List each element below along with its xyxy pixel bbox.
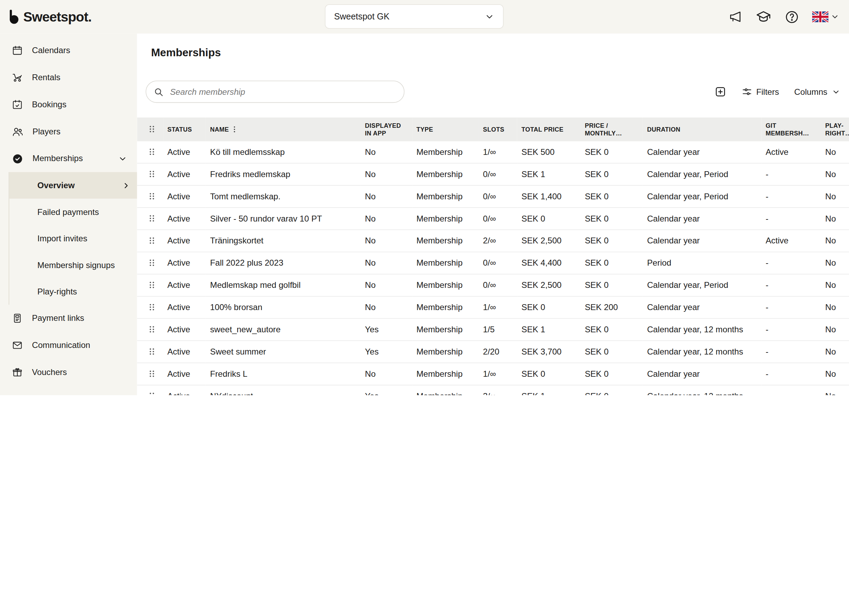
row-drag-handle[interactable] <box>137 363 163 385</box>
header-status[interactable]: STATUS <box>163 118 206 141</box>
cell-git-membership: - <box>761 207 821 229</box>
chevron-down-icon <box>118 154 127 163</box>
cell-status: Active <box>163 252 206 274</box>
cell-name[interactable]: Sweet summer <box>206 341 360 363</box>
table-row[interactable]: Active Träningskortet No Membership 2/∞ … <box>137 229 849 252</box>
sidebar-item-payment-links[interactable]: Payment links <box>0 305 137 332</box>
filters-button[interactable]: Filters <box>742 86 779 97</box>
row-drag-handle[interactable] <box>137 141 163 163</box>
header-price-monthly[interactable]: PRICE / MONTHLY… <box>581 118 643 141</box>
row-drag-handle[interactable] <box>137 385 163 395</box>
sidebar-item-label: Memberships <box>33 154 83 164</box>
row-drag-handle[interactable] <box>137 207 163 229</box>
cell-displayed-in-app: No <box>360 296 412 318</box>
table-row[interactable]: Active NYdiscount Yes Membership 3/∞ SEK… <box>137 385 849 395</box>
chevron-down-icon <box>485 12 495 22</box>
table-row[interactable]: Active Fredriks L No Membership 1/∞ SEK … <box>137 363 849 385</box>
handshake-icon <box>12 393 24 395</box>
header-type[interactable]: TYPE <box>412 118 479 141</box>
cell-name[interactable]: Fredriks L <box>206 363 360 385</box>
add-membership-button[interactable] <box>714 85 726 98</box>
toolbar: Filters Columns <box>146 80 840 103</box>
cell-price-monthly: SEK 0 <box>581 252 643 274</box>
cell-displayed-in-app: No <box>360 185 412 207</box>
row-drag-handle[interactable] <box>137 185 163 207</box>
table-row[interactable]: Active Sweet summer Yes Membership 2/20 … <box>137 341 849 363</box>
players-icon <box>12 126 23 137</box>
cell-duration: Calendar year <box>643 141 761 163</box>
cell-name[interactable]: Fall 2022 plus 2023 <box>206 252 360 274</box>
sidebar-item-vouchers[interactable]: Vouchers <box>0 359 137 386</box>
cell-displayed-in-app: No <box>360 163 412 185</box>
search-membership-input[interactable] <box>169 86 396 97</box>
help-icon[interactable] <box>784 9 799 24</box>
cell-play-right: No <box>821 229 849 252</box>
cell-slots: 0/∞ <box>479 163 517 185</box>
club-selector-dropdown[interactable]: Sweetspot GK <box>325 4 503 28</box>
table-row[interactable]: Active Silver - 50 rundor varav 10 PT No… <box>137 207 849 229</box>
cell-name[interactable]: Medlemskap med golfbil <box>206 274 360 296</box>
cell-git-membership: - <box>761 318 821 341</box>
table-row[interactable]: Active Medlemskap med golfbil No Members… <box>137 274 849 296</box>
header-name[interactable]: NAME <box>206 118 360 141</box>
cell-slots: 1/∞ <box>479 296 517 318</box>
payment-terminal-icon <box>12 313 22 324</box>
table-row[interactable]: Active Kö till medlemsskap No Membership… <box>137 141 849 163</box>
cell-price-monthly: SEK 0 <box>581 274 643 296</box>
academy-icon[interactable] <box>756 9 771 24</box>
cell-total-price: SEK 1 <box>517 318 581 341</box>
sidebar-item-partnerships[interactable]: Partnerships <box>0 386 137 395</box>
sidebar-item-bookings[interactable]: Bookings <box>0 91 137 118</box>
table-row[interactable]: Active Fall 2022 plus 2023 No Membership… <box>137 252 849 274</box>
cell-price-monthly: SEK 0 <box>581 229 643 252</box>
table-row[interactable]: Active Tomt medlemskap. No Membership 0/… <box>137 185 849 207</box>
header-duration[interactable]: DURATION <box>643 118 761 141</box>
cell-status: Active <box>163 363 206 385</box>
sidebar-item-communication[interactable]: Communication <box>0 332 137 359</box>
sidebar-subitem-membership-signups[interactable]: Membership signups <box>9 252 137 278</box>
row-drag-handle[interactable] <box>137 341 163 363</box>
cell-name[interactable]: NYdiscount <box>206 385 360 395</box>
columns-button[interactable]: Columns <box>794 87 840 97</box>
sidebar-item-players[interactable]: Players <box>0 118 137 145</box>
row-drag-handle[interactable] <box>137 274 163 296</box>
kebab-menu-icon[interactable] <box>231 125 238 133</box>
table-row[interactable]: Active 100% brorsan No Membership 1/∞ SE… <box>137 296 849 318</box>
cell-play-right: No <box>821 274 849 296</box>
row-drag-handle[interactable] <box>137 318 163 341</box>
cell-name[interactable]: sweet_new_autore <box>206 318 360 341</box>
sidebar-item-calendars[interactable]: Calendars <box>0 37 137 64</box>
search-membership-box[interactable] <box>146 80 404 103</box>
cell-displayed-in-app: Yes <box>360 318 412 341</box>
sweetspot-logo: Sweetspot. <box>7 9 92 25</box>
cell-name[interactable]: Silver - 50 rundor varav 10 PT <box>206 207 360 229</box>
cell-name[interactable]: Fredriks medlemskap <box>206 163 360 185</box>
row-drag-handle[interactable] <box>137 229 163 252</box>
row-drag-handle[interactable] <box>137 252 163 274</box>
row-drag-handle[interactable] <box>137 296 163 318</box>
sidebar-item-rentals[interactable]: Rentals <box>0 64 137 91</box>
header-play-right[interactable]: PLAY- RIGHT… <box>821 118 849 141</box>
cell-name[interactable]: Tomt medlemskap. <box>206 185 360 207</box>
sidebar-item-memberships[interactable]: Memberships <box>0 145 137 172</box>
cell-duration: Calendar year, 12 months <box>643 318 761 341</box>
header-total-price[interactable]: TOTAL PRICE <box>517 118 581 141</box>
cell-total-price: SEK 0 <box>517 296 581 318</box>
language-selector[interactable] <box>812 12 839 22</box>
header-slots[interactable]: SLOTS <box>479 118 517 141</box>
row-drag-handle[interactable] <box>137 163 163 185</box>
sidebar-subitem-failed-payments[interactable]: Failed payments <box>9 199 137 225</box>
table-row[interactable]: Active sweet_new_autore Yes Membership 1… <box>137 318 849 341</box>
header-displayed-in-app[interactable]: DISPLAYED IN APP <box>360 118 412 141</box>
cell-type: Membership <box>412 341 479 363</box>
cell-name[interactable]: 100% brorsan <box>206 296 360 318</box>
cell-name[interactable]: Kö till medlemsskap <box>206 141 360 163</box>
announcements-icon[interactable] <box>728 9 743 24</box>
sidebar-subitem-overview[interactable]: Overview <box>9 172 137 199</box>
sidebar-subitem-play-rights[interactable]: Play-rights <box>9 278 137 305</box>
sidebar-subitem-import-invites[interactable]: Import invites <box>9 225 137 251</box>
header-git-membership[interactable]: GIT MEMBERSH… <box>761 118 821 141</box>
cell-slots: 2/∞ <box>479 229 517 252</box>
cell-name[interactable]: Träningskortet <box>206 229 360 252</box>
table-row[interactable]: Active Fredriks medlemskap No Membership… <box>137 163 849 185</box>
